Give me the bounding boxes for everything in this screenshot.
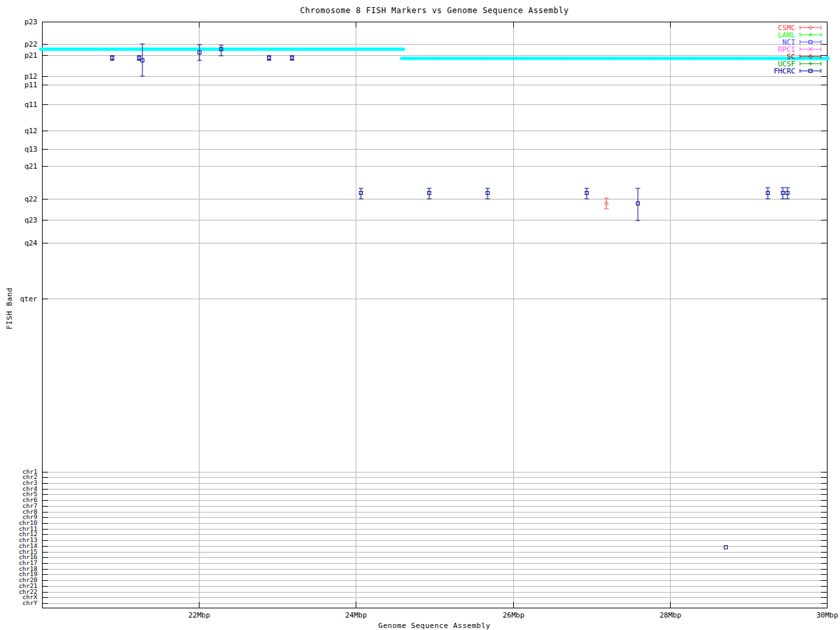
chr-label: chrY [22,599,37,606]
plot-border [43,22,828,608]
x-tick-label: 22Mbp [188,611,210,620]
x-tick-label: 24Mbp [345,611,367,620]
plot-area: 22Mbp24Mbp26Mbp28Mbp30Mbpp23p22p21p12p11… [0,0,840,630]
band-label: q22 [24,195,37,203]
y-axis-title: FISH Band [5,287,14,329]
legend-label: FHCRC [774,67,795,75]
band-label: q13 [24,145,37,154]
band-label: q12 [24,127,37,135]
x-tick-label: 30Mbp [816,611,838,620]
band-label: qter [20,295,38,303]
x-tick-label: 26Mbp [503,611,524,620]
chart-title: Chromosome 8 FISH Markers vs Genome Sequ… [42,6,827,15]
fish-marker-chart: 22Mbp24Mbp26Mbp28Mbp30Mbpp23p22p21p12p11… [0,0,840,630]
x-axis-title: Genome Sequence Assembly [42,621,827,630]
band-label: p12 [24,72,37,81]
band-label: q23 [24,216,37,224]
band-label: q11 [24,100,37,109]
band-label: p11 [24,81,37,89]
x-tick-label: 28Mbp [660,611,681,620]
band-label: p22 [24,40,37,49]
band-label: q21 [24,162,37,171]
band-label: q24 [24,239,37,247]
band-label: p21 [24,51,37,60]
band-label: p23 [24,18,37,26]
